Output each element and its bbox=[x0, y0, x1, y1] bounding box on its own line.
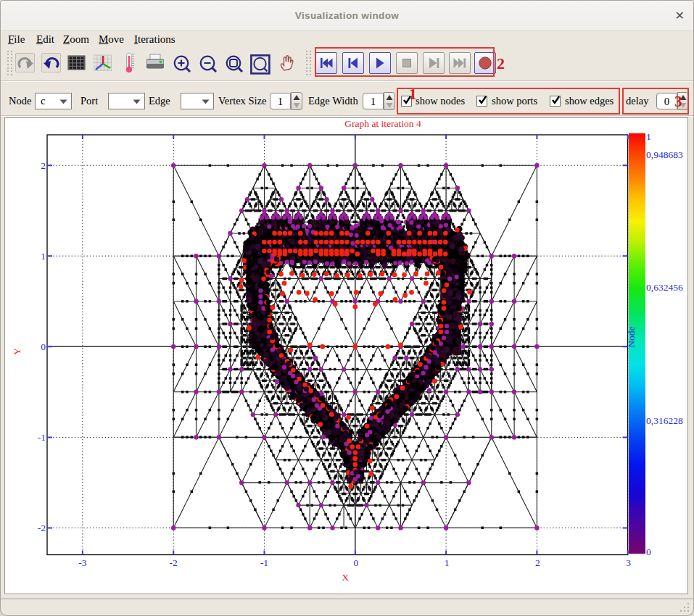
svg-text:-1: -1 bbox=[260, 557, 268, 568]
svg-text:0,632456: 0,632456 bbox=[646, 282, 683, 293]
svg-text:1: 1 bbox=[445, 557, 450, 568]
svg-text:X: X bbox=[342, 572, 349, 583]
svg-text:-1: -1 bbox=[38, 432, 46, 443]
svg-text:-2: -2 bbox=[170, 557, 178, 568]
svg-text:2: 2 bbox=[41, 160, 46, 171]
svg-text:0: 0 bbox=[646, 546, 651, 557]
svg-text:0: 0 bbox=[353, 557, 358, 568]
svg-text:0: 0 bbox=[41, 341, 46, 352]
svg-text:Y: Y bbox=[12, 348, 22, 355]
svg-text:1: 1 bbox=[41, 251, 46, 262]
svg-text:Graph at iteration 4: Graph at iteration 4 bbox=[344, 118, 421, 129]
svg-text:1: 1 bbox=[646, 131, 651, 142]
svg-text:2: 2 bbox=[535, 557, 540, 568]
svg-text:Node: Node bbox=[626, 326, 637, 347]
svg-text:-2: -2 bbox=[38, 523, 46, 533]
svg-text:3: 3 bbox=[626, 557, 631, 568]
svg-text:-3: -3 bbox=[78, 557, 86, 568]
svg-text:0,316228: 0,316228 bbox=[646, 415, 683, 426]
svg-text:0,948683: 0,948683 bbox=[646, 149, 683, 160]
